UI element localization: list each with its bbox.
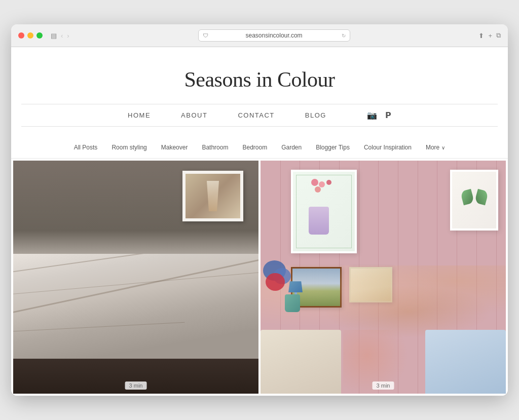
pillow-3 — [425, 330, 506, 394]
refresh-icon[interactable]: ↻ — [342, 33, 346, 39]
card-2-read-time: 3 min — [373, 381, 394, 390]
instagram-icon[interactable]: 📷 — [367, 110, 377, 120]
browser-actions: ⬆ + ⧉ — [478, 31, 501, 40]
nav-item-about[interactable]: ABOUT — [181, 111, 207, 119]
sub-nav-bedroom[interactable]: Bedroom — [242, 144, 267, 151]
minimize-button[interactable] — [27, 32, 33, 39]
pink-frame-1 — [291, 170, 357, 253]
back-button[interactable]: ‹ — [61, 32, 63, 40]
butterfly — [462, 190, 487, 210]
marble-room-image — [13, 161, 258, 394]
petal-4 — [315, 186, 321, 193]
pillow-1 — [261, 330, 341, 394]
sub-nav-colour-inspiration[interactable]: Colour Inspiration — [364, 144, 412, 151]
flower-cluster — [309, 179, 339, 197]
browser-chrome: ▤ ‹ › 🛡 seasonsincolour.com ↻ ⬆ + ⧉ — [11, 24, 508, 47]
flower-vase — [309, 207, 329, 235]
artwork-frame — [182, 171, 243, 221]
marble-vein-3 — [13, 255, 258, 318]
sub-nav-more-label: More — [426, 144, 439, 151]
forward-button[interactable]: › — [67, 32, 69, 40]
marble-vein-4 — [13, 322, 184, 333]
sub-nav-bathroom[interactable]: Bathroom — [202, 144, 228, 151]
url-text: seasonsincolour.com — [246, 32, 303, 39]
blog-card-bedroom[interactable]: 3 min — [261, 161, 506, 394]
petal-3 — [326, 180, 331, 185]
more-chevron-icon: ∨ — [441, 145, 445, 150]
nav-item-contact[interactable]: CONTACT — [238, 111, 274, 119]
main-nav: HOME ABOUT CONTACT BLOG 📷 𝗣 — [21, 104, 498, 127]
tabs-icon[interactable]: ⧉ — [496, 31, 501, 40]
artwork-shape — [203, 181, 223, 211]
wing-left — [460, 189, 474, 206]
sub-nav-blogger-tips[interactable]: Blogger Tips — [316, 144, 350, 151]
browser-window: ▤ ‹ › 🛡 seasonsincolour.com ↻ ⬆ + ⧉ Seas… — [11, 24, 508, 396]
sub-nav-makeover[interactable]: Makeover — [161, 144, 188, 151]
hydrangea-red — [266, 273, 285, 291]
sub-nav: All Posts Room styling Makeover Bathroom… — [11, 137, 508, 159]
nav-item-home[interactable]: HOME — [128, 111, 151, 119]
nav-social: 📷 𝗣 — [367, 110, 391, 120]
pinterest-icon[interactable]: 𝗣 — [385, 110, 391, 120]
address-bar-container: 🛡 seasonsincolour.com ↻ — [75, 29, 474, 42]
vase-arrangement — [309, 192, 339, 232]
marble-section — [13, 254, 258, 359]
site-title: Seasons in Colour — [21, 67, 498, 92]
petal-2 — [319, 181, 325, 187]
sidebar-toggle-icon[interactable]: ▤ — [51, 32, 57, 40]
nav-item-blog[interactable]: BLOG — [305, 111, 326, 119]
sub-nav-more[interactable]: More ∨ — [426, 144, 445, 151]
sub-nav-all-posts[interactable]: All Posts — [74, 144, 98, 151]
pink-frame-2 — [450, 170, 498, 231]
traffic-lights — [18, 32, 43, 39]
sub-nav-garden[interactable]: Garden — [281, 144, 302, 151]
artwork-inner — [186, 174, 240, 218]
marble-vein-1 — [13, 254, 258, 276]
maximize-button[interactable] — [36, 32, 43, 39]
blog-card-marble[interactable]: 3 min — [13, 161, 258, 394]
lamp-shade — [288, 281, 303, 292]
petal-1 — [311, 179, 318, 186]
marble-vein-2 — [13, 270, 258, 296]
blog-grid: 3 min — [11, 159, 508, 396]
sub-nav-room-styling[interactable]: Room styling — [112, 144, 146, 151]
site-header: Seasons in Colour HOME ABOUT CONTACT BLO… — [11, 47, 508, 137]
card-1-read-time: 3 min — [125, 381, 147, 390]
pink-room-image — [261, 161, 506, 394]
teal-vase — [285, 294, 300, 312]
shield-icon: 🛡 — [203, 32, 208, 39]
website-content: Seasons in Colour HOME ABOUT CONTACT BLO… — [11, 47, 508, 396]
wing-right — [474, 189, 488, 206]
butterfly-art — [452, 172, 496, 228]
share-icon[interactable]: ⬆ — [478, 32, 484, 40]
new-tab-icon[interactable]: + — [488, 32, 492, 40]
address-bar[interactable]: 🛡 seasonsincolour.com ↻ — [198, 29, 350, 42]
close-button[interactable] — [18, 32, 24, 39]
